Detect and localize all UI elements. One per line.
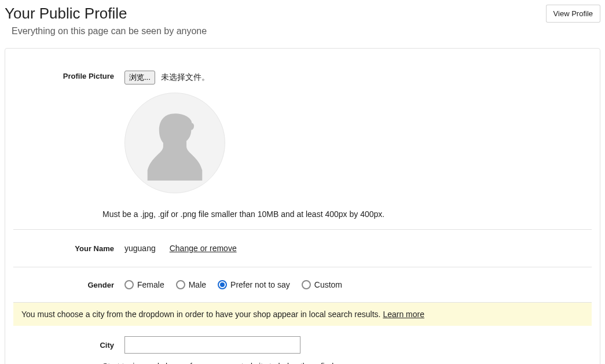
avatar-placeholder bbox=[124, 93, 225, 193]
page-title: Your Public Profile bbox=[5, 5, 207, 23]
city-notice-text: You must choose a city from the dropdown… bbox=[21, 310, 383, 319]
city-hint: Start typing and choose from a suggested… bbox=[5, 357, 600, 364]
gender-radio-female-label: Female bbox=[137, 280, 164, 289]
city-label: City bbox=[5, 341, 124, 350]
your-name-label: Your Name bbox=[5, 244, 124, 253]
profile-picture-hint: Must be a .jpg, .gif or .png file smalle… bbox=[5, 201, 600, 229]
no-file-selected-text: 未选择文件。 bbox=[161, 72, 210, 82]
gender-radio-custom[interactable]: Custom bbox=[302, 280, 342, 289]
city-notice: You must choose a city from the dropdown… bbox=[13, 303, 592, 326]
gender-label: Gender bbox=[5, 281, 124, 289]
gender-radio-male[interactable]: Male bbox=[176, 280, 206, 289]
radio-icon bbox=[124, 280, 134, 289]
gender-radio-female[interactable]: Female bbox=[124, 280, 164, 289]
gender-radio-prefer-not[interactable]: Prefer not to say bbox=[218, 280, 290, 289]
person-silhouette-icon bbox=[137, 105, 212, 181]
profile-picture-label: Profile Picture bbox=[5, 71, 124, 80]
radio-icon bbox=[176, 280, 185, 289]
gender-radio-group: Female Male Prefer not to say Custom bbox=[124, 280, 342, 289]
radio-icon bbox=[302, 280, 311, 289]
gender-radio-male-label: Male bbox=[189, 280, 206, 289]
browse-file-button[interactable]: 浏览... bbox=[124, 71, 155, 84]
learn-more-link[interactable]: Learn more bbox=[383, 310, 424, 319]
page-subtitle: Everything on this page can be seen by a… bbox=[12, 26, 207, 36]
gender-radio-custom-label: Custom bbox=[314, 280, 342, 289]
your-name-value: yuguang bbox=[124, 244, 156, 253]
city-input[interactable] bbox=[124, 336, 300, 354]
profile-form-panel: Profile Picture 浏览... 未选择文件。 Must be a .… bbox=[5, 48, 600, 364]
radio-icon bbox=[218, 280, 227, 289]
gender-radio-prefer-not-label: Prefer not to say bbox=[230, 280, 290, 289]
view-profile-button[interactable]: View Profile bbox=[546, 5, 600, 23]
change-or-remove-link[interactable]: Change or remove bbox=[170, 244, 237, 253]
